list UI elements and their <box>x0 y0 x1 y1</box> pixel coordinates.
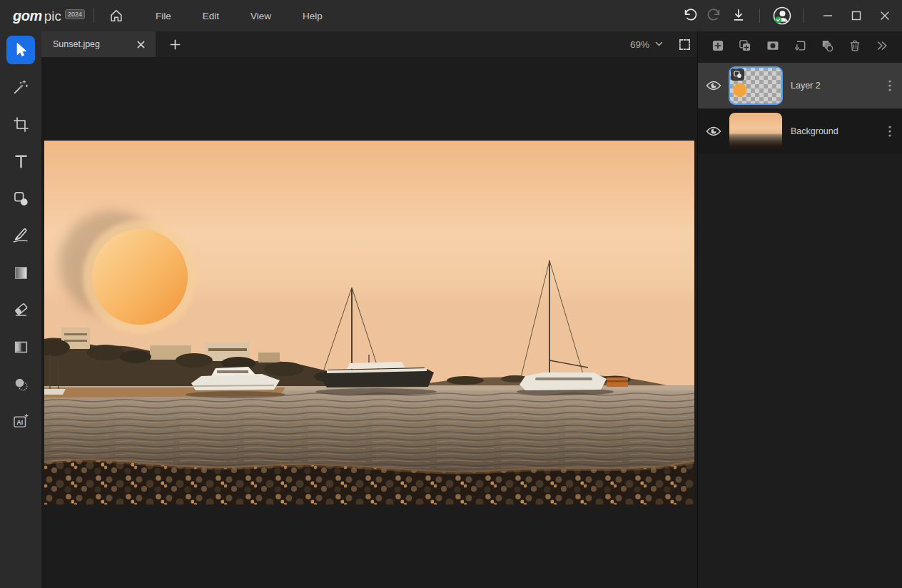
trash-icon <box>848 39 862 53</box>
new-tab-icon <box>170 39 181 50</box>
download-button[interactable] <box>726 4 751 28</box>
fit-screen-icon <box>679 39 691 51</box>
undo-icon <box>682 8 698 24</box>
title-bar: gom pic 2024 File Edit View Help <box>0 0 902 31</box>
collapse-panel-button[interactable] <box>872 36 892 56</box>
merge-layers-icon <box>820 39 834 53</box>
delete-layer-button[interactable] <box>845 36 865 56</box>
new-tab-button[interactable] <box>164 34 186 55</box>
tab-title: Sunset.jpeg <box>53 39 133 49</box>
duplicate-layer-icon <box>738 39 752 53</box>
menu-edit[interactable]: Edit <box>191 5 230 27</box>
layer-options-button[interactable] <box>878 80 902 91</box>
maximize-icon <box>849 9 863 23</box>
layer-row-background[interactable]: Background <box>698 108 902 154</box>
magic-wand-icon <box>11 78 30 96</box>
fit-screen-button[interactable] <box>674 34 694 54</box>
layer-visibility-toggle[interactable] <box>698 80 729 91</box>
svg-text:AI: AI <box>16 419 23 426</box>
zoom-value: 69% <box>630 39 649 50</box>
canvas-workspace[interactable] <box>41 57 697 588</box>
layers-toolbar <box>698 31 902 60</box>
layers-list: Layer 2 Background <box>698 63 902 154</box>
layer-mask-icon <box>766 39 780 53</box>
download-icon <box>731 8 746 24</box>
undo-button[interactable] <box>678 4 702 28</box>
layer-visibility-toggle[interactable] <box>698 126 729 137</box>
sunset-photo <box>44 141 694 505</box>
divider <box>759 9 760 23</box>
logo-year-badge: 2024 <box>65 9 85 19</box>
select-tool-button[interactable] <box>6 36 35 64</box>
merge-layers-button[interactable] <box>817 36 837 56</box>
titlebar-right-group <box>678 0 902 31</box>
tab-close-button[interactable] <box>133 36 148 52</box>
cursor-arrow-icon <box>11 41 30 59</box>
image-canvas[interactable] <box>44 141 694 505</box>
layer-name: Background <box>791 126 878 136</box>
shape-icon <box>12 190 30 208</box>
ai-text-icon: AI <box>11 412 30 430</box>
kebab-menu-icon <box>888 80 891 91</box>
gradient-tool-button[interactable] <box>6 258 35 287</box>
crop-icon <box>12 116 30 133</box>
divider <box>93 9 94 23</box>
add-layer-icon <box>711 39 725 53</box>
blend-circles-icon <box>12 375 30 393</box>
layer-row-layer-2[interactable]: Layer 2 <box>698 63 902 108</box>
profile-button[interactable] <box>770 4 794 28</box>
minimize-button[interactable] <box>814 0 842 31</box>
close-icon <box>878 9 892 23</box>
shape-tool-button[interactable] <box>6 184 35 213</box>
home-button[interactable] <box>104 4 128 28</box>
layer-thumbnail[interactable] <box>729 67 782 104</box>
divider <box>803 9 804 23</box>
text-tool-button[interactable] <box>6 147 35 176</box>
split-adjust-tool-button[interactable] <box>6 333 35 361</box>
magic-wand-tool-button[interactable] <box>6 73 35 101</box>
shape-badge-icon <box>734 71 742 78</box>
chevron-down-icon <box>655 41 663 47</box>
redo-icon <box>706 8 722 24</box>
duplicate-layer-button[interactable] <box>735 36 755 56</box>
kebab-menu-icon <box>888 126 891 137</box>
layer-mask-button[interactable] <box>763 36 783 56</box>
logo-text-light: pic <box>44 9 61 24</box>
minimize-icon <box>821 9 835 23</box>
menu-help[interactable]: Help <box>291 5 334 27</box>
eye-icon <box>706 80 721 91</box>
transform-layer-button[interactable] <box>790 36 810 56</box>
close-tab-icon <box>136 40 146 49</box>
tool-sidebar: AI <box>0 31 41 588</box>
add-layer-button[interactable] <box>708 36 728 56</box>
menu-bar: File Edit View Help <box>144 5 343 27</box>
layers-panel: Layer 2 Background <box>697 31 902 588</box>
crop-tool-button[interactable] <box>6 110 35 138</box>
layer-options-button[interactable] <box>878 126 902 137</box>
layer-thumbnail[interactable] <box>729 113 782 150</box>
layer-name: Layer 2 <box>791 81 878 91</box>
profile-avatar-icon <box>772 6 792 26</box>
close-button[interactable] <box>871 0 899 31</box>
maximize-button[interactable] <box>842 0 871 31</box>
transform-layer-icon <box>793 39 807 53</box>
brush-tool-button[interactable] <box>6 221 35 250</box>
menu-file[interactable]: File <box>144 5 183 27</box>
tab-bar: Sunset.jpeg 69% <box>41 31 697 57</box>
eraser-tool-button[interactable] <box>6 295 35 324</box>
ai-text-tool-button[interactable]: AI <box>6 407 35 435</box>
color-blend-tool-button[interactable] <box>6 370 35 398</box>
home-icon <box>108 8 124 24</box>
split-square-icon <box>12 338 30 356</box>
menu-view[interactable]: View <box>239 5 283 27</box>
double-chevron-right-icon <box>876 40 888 51</box>
gradient-icon <box>12 264 30 282</box>
zoom-control[interactable]: 69% <box>630 39 663 50</box>
tab-sunset-jpeg[interactable]: Sunset.jpeg <box>41 31 156 57</box>
app-logo: gom pic 2024 <box>13 8 85 24</box>
shape-layer-badge <box>731 69 744 81</box>
redo-button[interactable] <box>702 4 726 28</box>
text-icon <box>12 153 30 171</box>
eye-icon <box>706 126 721 137</box>
eraser-icon <box>12 301 30 319</box>
